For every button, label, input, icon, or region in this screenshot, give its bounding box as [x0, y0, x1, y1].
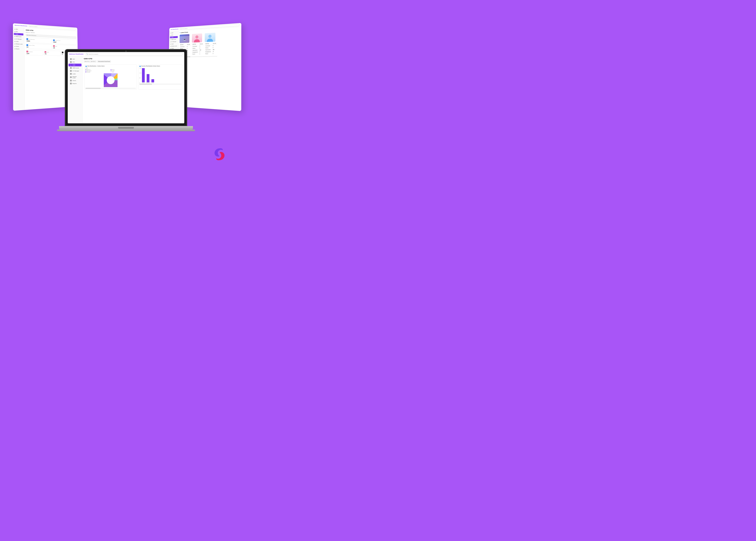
page-title: SMM KPM: [84, 58, 183, 60]
melbourne-dot: [86, 69, 86, 70]
metric-col-header: METRIC: [180, 44, 186, 46]
value-col-header: VALUE: [187, 44, 191, 45]
app-search[interactable]: 🔍 Search for projects: [85, 53, 183, 56]
webleads-nav-icon: ◈: [15, 43, 15, 44]
sidebar-item-cc[interactable]: ◈ CC Manager: [69, 70, 82, 72]
panel-nav-leads[interactable]: ◈ Leads: [14, 40, 23, 43]
right-cc-icon: ◈: [170, 41, 171, 42]
fb-icon-clicks: f: [26, 44, 28, 46]
metric-col-header3: METRIC: [205, 43, 212, 45]
cc-icon: ◈: [70, 70, 72, 72]
app-logo: BizGrow ClientCentre: [69, 53, 84, 55]
bar-canada: Canada: [151, 79, 154, 83]
sidebar-item-webleads[interactable]: ◈ Website Leads: [69, 76, 82, 79]
y-label-1540: 1,540: [139, 68, 141, 69]
post-2-thumbnail: [192, 33, 202, 43]
panel-nav-ppc[interactable]: ◈ PPC: [14, 30, 23, 33]
ppc-icon: ◈: [70, 61, 72, 63]
panel-nav-cc[interactable]: ◈ CC Manager: [14, 38, 23, 40]
metric-row-shares3: Shares 0: [205, 47, 217, 49]
city-newcastle: Newcastle: [86, 72, 111, 73]
sidebar-item-assets[interactable]: ◈ SMM Assets: [69, 67, 82, 69]
search-icon: 🔍: [87, 53, 88, 55]
laptop-screen: BizGrow ClientCentre 🔍 Search for projec…: [68, 52, 184, 123]
country-users-icon: 👥: [139, 65, 141, 67]
fb-icon-impressions: f: [26, 38, 28, 40]
panel-kpi-clicks: f Number of Clicks 13: [26, 43, 52, 49]
laptop-foot: [57, 130, 195, 131]
ig-icon-reach2: ▣: [45, 51, 46, 53]
seo-nav-icon: ◈: [14, 28, 15, 30]
country-distribution-chart: 👥 Country Distribution Active Users 1,54…: [138, 64, 182, 90]
main-content: SMM KPM 2024-07-02 ~ 2024-08-01 Warrnamb…: [83, 57, 184, 123]
metric-row-comments1: Comments 0: [180, 46, 191, 48]
right-nav-cc[interactable]: ◈ CC Manager: [170, 40, 177, 43]
bar-australia-fill: [142, 68, 145, 82]
y-label-0: 0: [139, 82, 141, 83]
sidebar-item-ppc[interactable]: ◈ PPC: [69, 61, 82, 63]
panel-left-nav: ◈ SEO ◈ PPC ◈ SMM ◈ SMM Assets: [13, 27, 25, 111]
webleads-icon: ◈: [70, 76, 72, 78]
sydney-dot: [111, 69, 112, 70]
sidebar-item-reports[interactable]: ◈ Reports: [69, 82, 82, 85]
bar-australia: Australia: [142, 68, 145, 83]
post-2-image: [192, 33, 202, 43]
leads-icon: ◈: [70, 73, 72, 75]
bar-australia-label: Australia: [142, 83, 144, 83]
right-nav-ppc[interactable]: ◈ PPC: [170, 34, 178, 36]
city-sydney: Sydney: [111, 69, 135, 70]
reports-nav-icon: ◈: [15, 48, 15, 49]
panel-left-search: Search for projects: [29, 25, 37, 27]
post-3-thumbnail: [205, 33, 215, 42]
app-body: ◈ SEO ◈ PPC ◈ SMM ◈ SMM: [68, 57, 184, 123]
panel-nav-reports[interactable]: ◈ Reports: [14, 48, 23, 50]
city-scrollbar[interactable]: [86, 88, 136, 89]
laptop-base: [59, 126, 193, 130]
metric-row-impressions3: Impressions 281: [205, 49, 217, 51]
sidebar-item-leads[interactable]: ◈ Leads: [69, 73, 82, 75]
sidebar-item-clients[interactable]: ◈ Clients: [69, 79, 82, 82]
date-range-input[interactable]: 2024-07-02 ~ 2024-08-01: [84, 61, 97, 62]
perth-dot: [111, 72, 112, 72]
panel-nav-seo[interactable]: ◈ SEO: [14, 28, 23, 31]
right-ppc-icon: ◈: [170, 34, 171, 36]
bar-canada-label: Canada: [152, 83, 154, 83]
post-1-image: 💻: [179, 34, 189, 43]
leads-nav-icon: ◈: [15, 41, 15, 42]
right-assets-icon: ◈: [170, 39, 171, 40]
y-label-1100: 1,100: [139, 73, 141, 74]
sidebar-item-seo[interactable]: ◈ SEO: [69, 58, 82, 61]
panel-right-logo: ow ClientCentre: [171, 28, 178, 30]
city-list: Melbourne Sydney Warrnambool: [86, 69, 136, 73]
right-nav-assets[interactable]: ◈ SMM Assets: [170, 38, 178, 40]
chart-section: 👥 City Distribution - Active Users Citie…: [84, 64, 183, 90]
right-nav-smm[interactable]: ◈ SMM: [170, 36, 178, 38]
metric-row-shares2: Shares 0: [192, 47, 204, 49]
value-col-header3: VALUE: [212, 42, 217, 44]
post-3-metrics: METRIC VALUE Comments 0: [204, 42, 217, 55]
country-bar-chart: 1,540 1,100 660 0: [139, 68, 181, 83]
brand-logo: [213, 147, 226, 161]
panel-kpi-impressions: f Total Impressions 1884: [26, 37, 52, 44]
panel-nav-clients[interactable]: ◈ Clients: [14, 45, 23, 48]
pie-chart-svg: [104, 73, 118, 87]
right-nav-seo[interactable]: ◈ SEO: [170, 32, 178, 34]
right-nav-webleads[interactable]: ◈ Website Leads: [170, 45, 177, 47]
sidebar-item-smm[interactable]: ◈ SMM: [69, 64, 82, 66]
value-col-header2: VALUE: [199, 43, 204, 45]
panel-nav-smm[interactable]: ◈ SMM: [14, 33, 23, 35]
right-webleads-icon: ◈: [170, 46, 171, 47]
city-london: London: [111, 70, 135, 71]
bar-us-fill: [147, 74, 149, 82]
bar-us-label: United States: [146, 83, 150, 83]
bar-group: Australia United States Ca: [142, 68, 181, 83]
reports-icon: ◈: [70, 83, 72, 84]
ppc-nav-icon: ◈: [14, 31, 15, 32]
panel-nav-webleads[interactable]: ◈ Website Leads: [14, 43, 23, 45]
panel-nav-assets[interactable]: ◈ SMM Assets: [14, 35, 23, 38]
right-nav-leads[interactable]: ◈ Leads: [170, 43, 177, 45]
country-scrollbar[interactable]: [139, 84, 181, 85]
assets-icon: ◈: [70, 67, 72, 69]
post-3-container: METRIC VALUE Comments 0: [204, 33, 217, 55]
metric-row-comments2: Comments 0: [192, 45, 204, 47]
